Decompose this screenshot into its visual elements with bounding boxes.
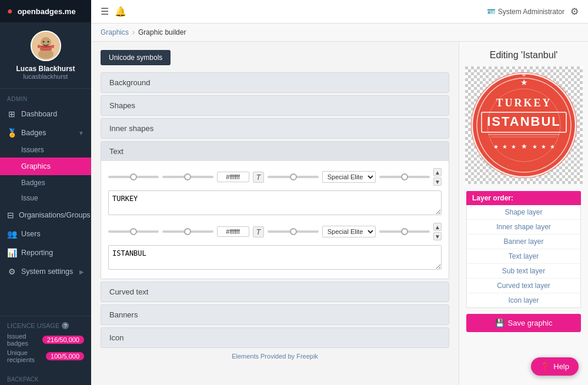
user-card-icon: 🪪 [487, 8, 496, 16]
text2-slider4[interactable] [379, 230, 430, 233]
text1-slider1[interactable] [108, 176, 159, 178]
text2-textarea[interactable]: ISTANBUL [108, 245, 442, 270]
sidebar-item-badges[interactable]: 🏅 Badges ▼ [0, 123, 91, 142]
admin-label: ADMIN [0, 89, 91, 105]
sidebar-item-system-settings[interactable]: ⚙ System settings ▶ [0, 262, 91, 281]
save-icon: 💾 [495, 319, 505, 327]
help-button[interactable]: ❓ Help [531, 357, 579, 376]
text2-font-select[interactable]: Special Elite [322, 226, 376, 237]
text2-color-swatch[interactable]: #ffffff [217, 226, 249, 237]
layer-inner-shape[interactable]: Inner shape layer [467, 220, 580, 235]
main-area: ☰ 🔔 🪪 System Administrator ⚙ Graphics › … [91, 0, 588, 385]
text1-textarea[interactable]: TURKEY [108, 190, 442, 215]
accordion-text-body: #ffffff T Special Elite ▲ ▼ TURKEY [101, 161, 449, 279]
accordion-inner-shapes-header[interactable]: Inner shapes [101, 119, 449, 138]
text-entry-1-controls: #ffffff T Special Elite ▲ ▼ [108, 168, 442, 186]
accordion-background: Background [101, 72, 449, 93]
accordion-banners: Banners [101, 304, 449, 325]
text1-down-btn[interactable]: ▼ [433, 178, 442, 186]
accordion-text-header[interactable]: Text [101, 142, 449, 161]
sidebar-item-settings-label: System settings [21, 267, 75, 276]
accordion-inner-shapes: Inner shapes [101, 118, 449, 139]
accordion-background-header[interactable]: Background [101, 73, 449, 92]
right-panel: Editing 'Istanbul' [459, 42, 588, 385]
sidebar-item-dashboard-label: Dashboard [21, 110, 84, 118]
text1-up-btn[interactable]: ▲ [433, 168, 442, 176]
accordion-shapes-header[interactable]: Shapes [101, 96, 449, 115]
layer-text[interactable]: Text layer [467, 249, 580, 264]
sidebar-item-issue[interactable]: Issue [0, 190, 91, 206]
editing-title: Editing 'Istanbul' [490, 50, 558, 61]
sidebar-item-graphics-label: Graphics [21, 162, 84, 170]
sidebar-item-reporting-label: Reporting [21, 249, 84, 257]
sidebar-item-badges2[interactable]: Badges [0, 175, 91, 190]
settings-icon: ⚙ [7, 267, 16, 276]
sidebar-item-organisations[interactable]: ⊟ Organisations/Groups [0, 206, 91, 225]
layer-order-header: Layer order: [466, 191, 581, 205]
badges-icon: 🏅 [7, 128, 16, 138]
sidebar-item-reporting[interactable]: 📊 Reporting [0, 243, 91, 262]
text2-slider2[interactable] [162, 230, 213, 233]
layer-banner[interactable]: Banner layer [467, 235, 580, 249]
text-entry-2-controls: #ffffff T Special Elite ▲ ▼ [108, 223, 442, 240]
text1-font-select[interactable]: Special Elite [322, 171, 376, 183]
svg-text:★: ★ [510, 143, 516, 150]
badges-chevron: ▼ [78, 130, 84, 136]
unique-recipients-value: 100/5,000 [46, 352, 84, 360]
sidebar-handle: lucasblackhurst [24, 73, 68, 80]
breadcrumb-parent[interactable]: Graphics [101, 28, 129, 36]
breadcrumb-current: Graphic builder [138, 28, 186, 36]
layer-icon[interactable]: Icon layer [467, 293, 580, 307]
svg-rect-5 [38, 45, 40, 48]
accordion-icon-header[interactable]: Icon [101, 328, 449, 347]
svg-point-31 [522, 73, 526, 76]
svg-point-3 [42, 41, 44, 43]
text1-slider2[interactable] [162, 176, 213, 178]
reporting-icon: 📊 [7, 248, 16, 257]
svg-point-2 [38, 49, 54, 59]
text1-color-swatch[interactable]: #ffffff [217, 172, 249, 182]
layer-sub-text[interactable]: Sub text layer [467, 264, 580, 279]
unicode-symbols-button[interactable]: Unicode symbols [101, 50, 171, 65]
issued-badges-value: 216/50,000 [42, 336, 84, 344]
sidebar-item-users[interactable]: 👥 Users [0, 225, 91, 243]
accordion-banners-header[interactable]: Banners [101, 305, 449, 324]
topbar: ☰ 🔔 🪪 System Administrator ⚙ [91, 0, 588, 24]
text1-slider3[interactable] [268, 176, 318, 178]
svg-text:★: ★ [532, 143, 537, 150]
sidebar: ● openbadges.me Lucas Blackhurst lucasbl… [0, 0, 91, 385]
sidebar-item-issuers[interactable]: Issuers [0, 142, 91, 158]
layer-curved-text[interactable]: Curved text layer [467, 279, 580, 293]
avatar-svg [32, 32, 60, 60]
text2-down-btn[interactable]: ▼ [433, 232, 442, 240]
save-graphic-button[interactable]: 💾 Save graphic [466, 314, 581, 332]
text2-slider3[interactable] [268, 230, 318, 233]
licence-section: LICENCE USAGE ? Issued badges 216/50,000… [0, 316, 91, 371]
breadcrumb-sep: › [132, 28, 135, 36]
sidebar-logo[interactable]: ● openbadges.me [0, 0, 91, 22]
sidebar-item-badges-label: Badges [21, 129, 74, 137]
menu-icon[interactable]: ☰ [101, 6, 109, 17]
text1-slider4[interactable] [379, 176, 430, 178]
accordion-curved-text-header[interactable]: Curved text [101, 282, 449, 302]
svg-text:★: ★ [549, 143, 554, 150]
gear-icon[interactable]: ⚙ [570, 6, 579, 17]
sidebar-item-graphics[interactable]: Graphics [0, 158, 91, 175]
content-area: Unicode symbols Background Shapes Inner … [91, 42, 588, 385]
elements-credit: Elements Provided by Freepik [101, 353, 449, 360]
bell-icon[interactable]: 🔔 [115, 6, 126, 17]
logo-icon: ● [7, 6, 13, 16]
svg-rect-6 [52, 45, 54, 48]
licence-info-icon: ? [62, 322, 69, 329]
accordion-icon: Icon [101, 327, 449, 348]
svg-text:★: ★ [502, 143, 507, 150]
topbar-right: 🪪 System Administrator ⚙ [487, 6, 579, 17]
svg-text:★: ★ [520, 142, 527, 150]
badge-svg: ★ TURKEY ISTANBUL ★ ★ ★ ★ ★ ★ [465, 66, 583, 184]
text2-slider1[interactable] [108, 230, 159, 233]
dashboard-icon: ⊞ [7, 109, 16, 119]
topbar-left: ☰ 🔔 [101, 6, 126, 17]
sidebar-item-dashboard[interactable]: ⊞ Dashboard [0, 105, 91, 123]
layer-shape[interactable]: Shape layer [467, 205, 580, 220]
text2-up-btn[interactable]: ▲ [433, 223, 442, 231]
